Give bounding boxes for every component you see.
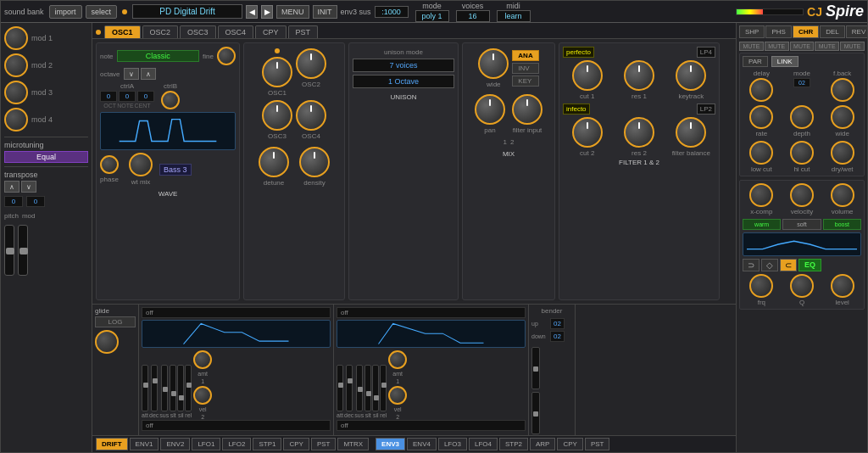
init-button[interactable]: INIT (313, 5, 337, 19)
soft-button[interactable]: soft (782, 219, 821, 230)
density-knob[interactable] (299, 147, 330, 177)
amt1-knob[interactable] (193, 350, 212, 369)
bender-slider2[interactable] (531, 392, 540, 434)
osc3-tab[interactable]: OSC3 (180, 25, 216, 38)
glide-knob[interactable] (95, 330, 119, 354)
volume-knob[interactable] (831, 183, 854, 207)
lp4-display[interactable]: LP4 (697, 47, 715, 58)
equal-display[interactable]: Equal (4, 151, 88, 163)
lp2-display[interactable]: LP2 (697, 103, 715, 115)
mute5-button[interactable]: MUTE (840, 42, 865, 51)
ana-button[interactable]: ANA (512, 50, 538, 61)
mod1-knob[interactable] (4, 26, 28, 50)
rev-tab[interactable]: REV (846, 25, 867, 38)
rate-knob[interactable] (749, 105, 773, 129)
res1-knob[interactable] (624, 60, 654, 91)
ctrl-b-knob[interactable] (161, 91, 180, 109)
mod-slider[interactable] (18, 225, 28, 276)
link-button[interactable]: LINK (771, 56, 798, 67)
transpose-down-button[interactable]: ∨ (21, 181, 36, 193)
bass3-display[interactable]: Bass 3 (159, 164, 192, 176)
env4-tab[interactable]: ENV4 (407, 438, 437, 450)
velocity-knob[interactable] (790, 183, 814, 207)
slt2-slider[interactable] (364, 365, 371, 411)
import-button[interactable]: import (49, 5, 82, 19)
time-display[interactable]: :1000 (375, 6, 409, 18)
bender-slider1[interactable] (531, 347, 540, 389)
nav-prev-button[interactable]: ◀ (246, 5, 258, 19)
osc3-main-knob[interactable] (262, 100, 292, 131)
pst-right-tab[interactable]: PST (585, 438, 610, 450)
mode-display[interactable]: poly 1 (415, 10, 449, 22)
hicut-knob[interactable] (790, 141, 814, 165)
lfo4-tab[interactable]: LFO4 (469, 438, 498, 450)
log-button[interactable]: LOG (95, 316, 136, 327)
pst-tab[interactable]: PST (288, 25, 319, 38)
osc2-main-knob[interactable] (296, 48, 326, 79)
shape-btn3[interactable]: ⊂ (780, 259, 797, 271)
sil2-slider[interactable] (372, 365, 379, 411)
mtrx-tab[interactable]: MTRX (337, 438, 369, 450)
env2-tab[interactable]: ENV2 (160, 438, 190, 450)
par-button[interactable]: PAR (743, 56, 768, 67)
midi-display[interactable]: learn (497, 10, 531, 22)
cpy-tab[interactable]: CPY (255, 25, 287, 38)
voices-display[interactable]: 16 (456, 10, 490, 22)
delay-knob[interactable] (749, 78, 773, 102)
rel2-slider[interactable] (380, 365, 387, 411)
frq-knob[interactable] (749, 274, 773, 298)
warm-button[interactable]: warm (743, 219, 781, 230)
mute3-button[interactable]: MUTE (790, 42, 815, 51)
mod4-knob[interactable] (4, 108, 28, 131)
transpose-up-button[interactable]: ∧ (4, 181, 19, 193)
amt2-knob[interactable] (388, 350, 407, 369)
dec2-slider[interactable] (346, 365, 353, 411)
detune-knob[interactable] (259, 147, 289, 177)
octave-down-button[interactable]: ∨ (124, 68, 139, 80)
octave-mode-display[interactable]: 1 Octave (353, 75, 454, 88)
chr-tab[interactable]: CHR (793, 25, 819, 38)
osc4-main-knob[interactable] (296, 100, 326, 131)
lfo1-tab[interactable]: LFO1 (192, 438, 220, 450)
octave-up-button[interactable]: ∧ (141, 68, 156, 80)
cpy-right-tab[interactable]: CPY (557, 438, 582, 450)
mute2-button[interactable]: MUTE (765, 42, 789, 51)
mod3-knob[interactable] (4, 81, 28, 104)
filter-balance-knob[interactable] (676, 117, 706, 148)
shp-tab[interactable]: SHP (739, 25, 765, 38)
vel2-knob[interactable] (388, 386, 407, 405)
dec1-slider[interactable] (151, 365, 158, 411)
sus2-slider[interactable] (356, 365, 363, 411)
depth-knob[interactable] (790, 105, 814, 129)
wt-mix-knob[interactable] (129, 153, 153, 176)
keytrack-knob[interactable] (676, 60, 706, 91)
lfo3-tab[interactable]: LFO3 (438, 438, 467, 450)
mod2-knob[interactable] (4, 53, 28, 77)
att1-slider[interactable] (142, 365, 148, 411)
eq-button[interactable]: EQ (798, 259, 821, 271)
inv-button[interactable]: INV (512, 63, 538, 74)
bender-down-val[interactable]: 02 (550, 331, 565, 342)
stp1-tab[interactable]: STP1 (253, 438, 281, 450)
fback-knob[interactable] (831, 78, 854, 102)
slt1-slider[interactable] (170, 365, 176, 411)
cut1-knob[interactable] (572, 60, 603, 91)
rel1-slider[interactable] (185, 365, 192, 411)
level-knob[interactable] (831, 274, 854, 298)
pan-knob[interactable] (475, 94, 505, 125)
sus1-slider[interactable] (161, 365, 168, 411)
q-knob[interactable] (790, 274, 814, 298)
mute1-button[interactable]: MUTE (739, 42, 764, 51)
lowcut-knob[interactable] (749, 141, 773, 165)
boost-button[interactable]: boost (823, 219, 861, 230)
wide-delay-knob[interactable] (831, 105, 854, 129)
menu-button[interactable]: MENU (276, 5, 309, 19)
stp2-tab[interactable]: STP2 (499, 438, 528, 450)
voices-mode-display[interactable]: 7 voices (353, 59, 454, 72)
shape-btn2[interactable]: ◇ (761, 259, 778, 271)
wide-knob[interactable] (478, 48, 509, 79)
key-button[interactable]: KEY (512, 76, 538, 87)
del-tab[interactable]: DEL (820, 25, 845, 38)
filter-input-knob[interactable] (512, 94, 542, 125)
mode-val-display[interactable]: 02 (793, 78, 810, 87)
